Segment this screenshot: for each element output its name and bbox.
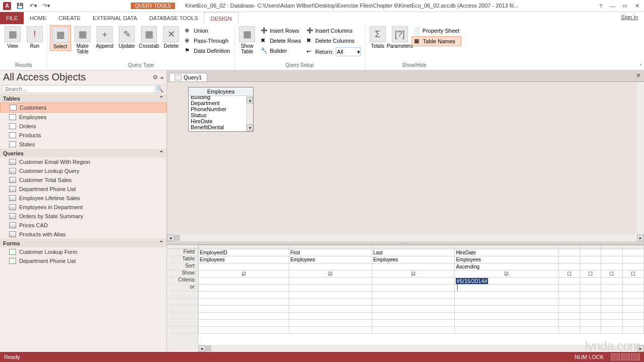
run-button[interactable]: !Run [24,25,45,50]
scroll-left-icon[interactable]: ◂ [167,234,174,241]
query-icon [9,222,16,228]
minimize-icon[interactable]: — [608,2,618,11]
table-box-employees[interactable]: Employees Building Department PhoneNumbe… [188,87,254,132]
field-item[interactable]: PhoneNumber [190,106,252,112]
append-button[interactable]: ＋Append [94,25,115,50]
tablebox-scrollbar[interactable]: ▴ ▾ [246,97,253,131]
tab-external-data[interactable]: EXTERNAL DATA [87,12,143,24]
nav-item-query[interactable]: Department Phone List [0,185,167,194]
datadef-button[interactable]: ⚑Data Definition [183,46,232,55]
crosstab-button[interactable]: ▦Crosstab [138,25,159,50]
tab-file[interactable]: FILE [0,12,24,24]
nav-item-query[interactable]: Customer Email With Region [0,157,167,166]
table-fields: Building Department PhoneNumber Status H… [189,96,253,131]
insert-cols-button[interactable]: ➕Insert Columns [304,26,363,35]
nav-group-tables[interactable]: Tables⌃ [0,94,167,103]
tab-database-tools[interactable]: DATABASE TOOLS [143,12,204,24]
row-field: EmployeeID First Last HireDate [199,249,644,256]
nav-item-query[interactable]: Products with Alias [0,230,167,239]
nav-item-query[interactable]: Employees in Department [0,203,167,212]
nav-collapse-icon[interactable]: « [160,74,164,80]
nav-item-form[interactable]: Department Phone List [0,256,167,265]
nav-item-form[interactable]: Customer Lookup Form [0,247,167,256]
passthrough-button[interactable]: ⊕Pass-Through [183,36,232,45]
datasheet-view-icon[interactable] [611,353,620,360]
nav-item-query[interactable]: Prices CAD [0,221,167,230]
show-table-button[interactable]: ▦Show Table [236,25,258,55]
delete-query-button[interactable]: ✕Delete [160,25,182,50]
table-names-button[interactable]: ▦Table Names [412,36,461,46]
help-icon[interactable]: ? [596,2,606,11]
nav-item-customers[interactable]: Customers [0,103,167,113]
return-select[interactable]: All▾ [336,47,361,56]
update-button[interactable]: ✎Update [116,25,137,50]
design-grid-table[interactable]: EmployeeID First Last HireDate Employees… [198,245,644,334]
field-item[interactable]: Department [190,100,252,106]
scroll-right-icon[interactable]: ▸ [637,234,644,241]
nav-item-query[interactable]: Customer Total Sales [0,175,167,185]
search-input[interactable] [2,85,155,93]
nav-title[interactable]: All Access Objects [3,71,153,83]
criteria-cell-hiredate[interactable]: #5/15/2014# [455,278,558,285]
design-view-icon[interactable] [631,353,640,360]
nav-item-query[interactable]: Orders by State Summary [0,212,167,221]
field-item[interactable]: BenefitDental [190,124,252,130]
insert-rows-button[interactable]: ➕Insert Rows [259,26,303,35]
scroll-up-icon[interactable]: ▴ [247,97,253,104]
upper-scroll-v[interactable] [637,82,644,234]
insertrows-icon: ➕ [261,27,268,34]
tab-create[interactable]: CREATE [52,12,87,24]
insertcols-icon: ➕ [306,27,313,34]
scroll-down-icon[interactable]: ▾ [247,124,253,131]
close-icon[interactable]: ✕ [632,2,642,11]
nav-item-query[interactable]: Employee Lifetime Sales [0,194,167,203]
sql-view-icon[interactable] [621,353,630,360]
field-item[interactable]: HireDate [190,118,252,124]
nav-item-products[interactable]: Products [0,131,167,140]
undo-icon[interactable]: ↶▾ [29,2,37,10]
query-icon [175,74,182,80]
nav-item-states[interactable]: States [0,140,167,149]
nav-item-orders[interactable]: Orders [0,122,167,131]
nav-group-forms[interactable]: Forms⌃ [0,239,167,247]
totals-button[interactable]: ΣTotals [367,25,388,50]
field-item[interactable]: Status [190,112,252,118]
access-icon: A [3,2,11,10]
select-button[interactable]: ▦Select [50,25,71,51]
table-icon [9,123,16,129]
tab-design[interactable]: DESIGN [204,12,238,24]
view-button[interactable]: ▦View [2,25,23,50]
table-icon [10,105,17,111]
redo-icon[interactable]: ↷▾ [42,2,50,10]
ribbon-group-querysetup: ▦Show Table ➕Insert Rows ✖Delete Rows 🔧B… [234,24,365,70]
nav-dropdown-icon[interactable]: ⊙ [153,74,157,80]
query-upper-pane[interactable]: Employees Building Department PhoneNumbe… [167,81,644,234]
search-icon[interactable]: 🔍 [155,85,165,93]
return-icon: ↩ [306,48,313,55]
restore-icon[interactable]: ▭ [620,2,630,11]
union-button[interactable]: ⊕Union [183,26,232,35]
nav-item-query[interactable]: Customer Lookup Query [0,166,167,175]
close-tab-icon[interactable]: ✕ [636,72,641,79]
ribbon: ▦View !Run Results ▦Select ▦Make Table ＋… [0,24,644,70]
context-tab-label: QUERY TOOLS [131,3,175,9]
grid-columns[interactable]: EmployeeID First Last HireDate Employees… [198,245,644,345]
datadef-icon: ⚑ [185,47,192,54]
field-item[interactable]: Building [190,96,252,100]
save-icon[interactable]: 💾 [16,2,24,10]
delete-cols-button[interactable]: ✖Delete Columns [304,36,363,45]
scroll-left-icon[interactable]: ◂ [198,345,205,352]
tab-home[interactable]: HOME [24,12,52,24]
builder-button[interactable]: 🔧Builder [259,46,303,55]
parameters-button[interactable]: [?]Parameters [389,25,411,50]
make-table-button[interactable]: ▦Make Table [72,25,93,55]
nav-group-queries[interactable]: Queries⌃ [0,149,167,157]
signin-link[interactable]: Sign in [615,12,644,24]
tab-query1[interactable]: Query1 [169,73,207,81]
upper-scroll-h[interactable]: ◂ ▸ [167,234,644,241]
delete-rows-button[interactable]: ✖Delete Rows [259,36,303,45]
nav-item-employees[interactable]: Employees [0,113,167,122]
grid-scroll-h[interactable]: ◂ ▸ [167,345,644,352]
ribbon-collapse-icon[interactable]: ˄ [639,63,642,69]
property-sheet-button[interactable]: 📄Property Sheet [412,26,461,35]
